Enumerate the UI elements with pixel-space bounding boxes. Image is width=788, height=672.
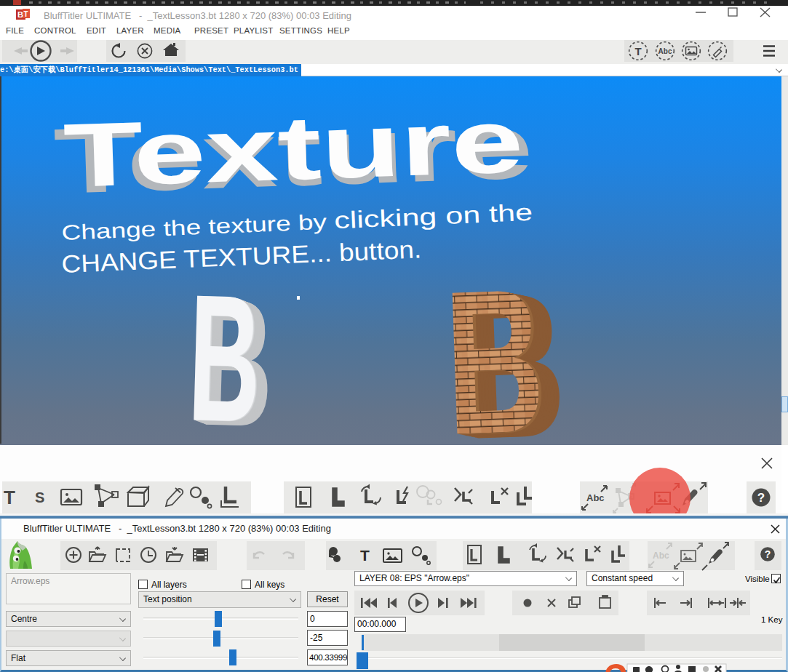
svg-text:T: T: [4, 487, 15, 508]
svg-text:T: T: [24, 10, 28, 18]
svg-text:B: B: [442, 246, 547, 445]
svg-text:B: B: [186, 257, 263, 445]
svg-text:S: S: [35, 489, 44, 505]
svg-text:T: T: [360, 547, 370, 564]
svg-text:Texture: Texture: [62, 90, 525, 207]
svg-text:T: T: [634, 45, 641, 57]
svg-text:Abc: Abc: [658, 47, 672, 55]
svg-text:?: ?: [757, 491, 765, 505]
svg-text:Abc: Abc: [586, 492, 605, 503]
svg-text:Abc: Abc: [653, 551, 669, 561]
svg-text:B: B: [17, 10, 23, 19]
svg-text:?: ?: [765, 548, 771, 560]
